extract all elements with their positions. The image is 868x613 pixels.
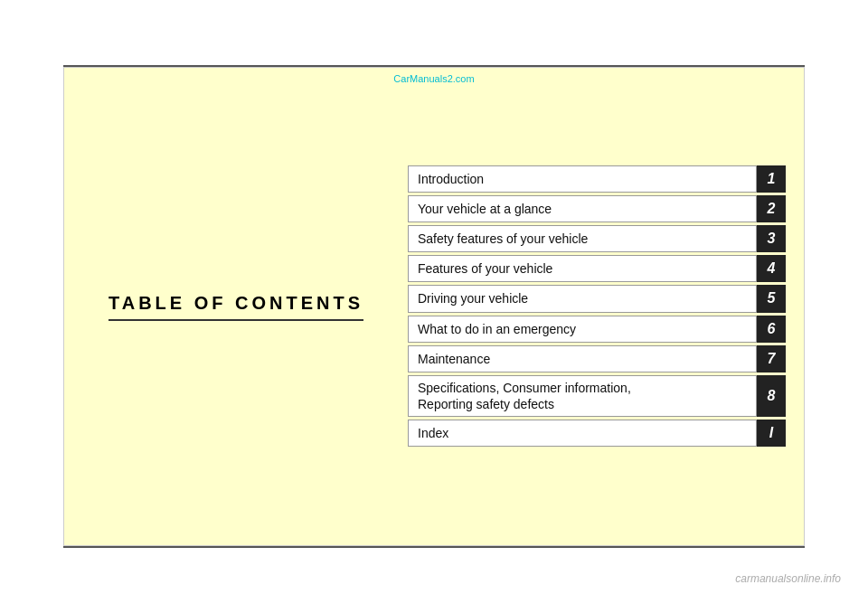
toc-item-number: 8 — [757, 375, 786, 417]
toc-row[interactable]: Safety features of your vehicle3 — [408, 225, 786, 252]
toc-item-label: Safety features of your vehicle — [408, 225, 757, 252]
book-page: CarManuals2.com TABLE OF CONTENTS Introd… — [63, 67, 805, 546]
toc-item-number: 1 — [757, 165, 786, 193]
toc-row[interactable]: IndexI — [408, 420, 786, 447]
toc-item-label: Index — [408, 420, 757, 447]
toc-item-label: Maintenance — [408, 345, 757, 373]
toc-item-label: Your vehicle at a glance — [408, 195, 757, 222]
toc-item-label: Specifications, Consumer information,Rep… — [408, 375, 757, 417]
toc-item-label: Features of your vehicle — [408, 255, 757, 282]
toc-item-number: I — [757, 420, 786, 447]
toc-row[interactable]: Introduction1 — [408, 165, 786, 193]
toc-row[interactable]: Specifications, Consumer information,Rep… — [408, 375, 786, 417]
toc-row[interactable]: Features of your vehicle4 — [408, 255, 786, 282]
toc-title: TABLE OF CONTENTS — [108, 293, 363, 321]
bottom-watermark: carmanualsonline.info — [735, 570, 841, 586]
toc-item-number: 2 — [757, 195, 786, 222]
toc-item-number: 5 — [757, 285, 786, 312]
bottom-rule — [63, 546, 805, 548]
toc-item-number: 7 — [757, 345, 786, 373]
toc-item-number: 4 — [757, 255, 786, 282]
toc-item-label: Introduction — [408, 165, 757, 193]
toc-list: Introduction1Your vehicle at a glance2Sa… — [408, 86, 804, 527]
content-area: TABLE OF CONTENTS Introduction1Your vehi… — [64, 68, 804, 545]
toc-item-number: 6 — [757, 316, 786, 343]
toc-row[interactable]: Your vehicle at a glance2 — [408, 195, 786, 222]
toc-item-label: Driving your vehicle — [408, 285, 757, 312]
toc-row[interactable]: Driving your vehicle5 — [408, 285, 786, 312]
toc-item-number: 3 — [757, 225, 786, 252]
page-container: CarManuals2.com TABLE OF CONTENTS Introd… — [0, 0, 868, 613]
toc-row[interactable]: What to do in an emergency6 — [408, 316, 786, 343]
toc-item-label: What to do in an emergency — [408, 316, 757, 343]
toc-row[interactable]: Maintenance7 — [408, 345, 786, 373]
left-panel: TABLE OF CONTENTS — [64, 86, 408, 527]
top-watermark: CarManuals2.com — [393, 73, 474, 84]
